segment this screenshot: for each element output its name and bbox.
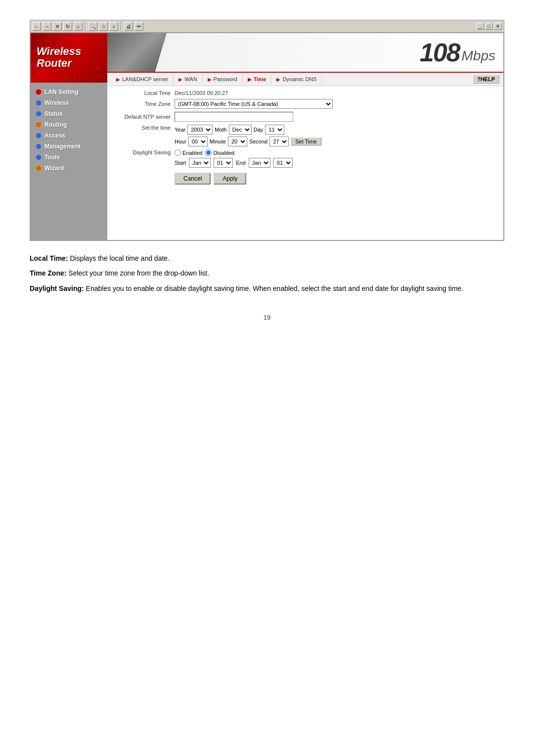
edit-button[interactable]: ✏ (134, 22, 143, 31)
enabled-option[interactable]: Enabled (175, 149, 202, 156)
sidebar-item-lan-setting[interactable]: LAN Setting (31, 87, 107, 97)
set-time-row: Set the time Year 2003 Moth Dec (115, 125, 495, 146)
home-button[interactable]: ⌂ (74, 22, 83, 31)
end-day-select[interactable]: 01 (273, 158, 293, 168)
main-content: 108 Mbps ▶ LAN&DHCP server ▶ WAN ▶ (107, 33, 503, 240)
tab-wan[interactable]: ▶ WAN (174, 75, 202, 84)
tab-lan-dhcp[interactable]: ▶ LAN&DHCP server (111, 75, 174, 84)
apply-button[interactable]: Apply (214, 173, 246, 185)
media-button[interactable]: ♪ (109, 22, 118, 31)
refresh-icon: ↻ (66, 24, 70, 29)
cancel-button[interactable]: Cancel (175, 173, 211, 185)
sidebar-item-access[interactable]: Access (31, 130, 107, 141)
month-select[interactable]: Dec (229, 125, 252, 135)
minute-select[interactable]: 20 (228, 137, 247, 146)
nav-tabs: ▶ LAN&DHCP server ▶ WAN ▶ Password ▶ Tim… (107, 73, 503, 86)
local-time-label: Local Time (115, 90, 175, 96)
edit-icon: ✏ (137, 24, 141, 29)
sidebar-item-wireless[interactable]: Wireless (31, 97, 107, 108)
nav-dot-routing (36, 122, 42, 128)
tab-arrow-time: ▶ (248, 77, 252, 82)
ntp-server-input[interactable] (175, 112, 293, 122)
nav-dot-wizard (36, 165, 42, 171)
header-eagle-decoration (107, 33, 167, 73)
sidebar: Wireless Router LAN Setting Wireless (31, 33, 107, 240)
daylight-label: Daylight Saving (115, 149, 175, 155)
sidebar-logo: Wireless Router (31, 33, 107, 83)
day-select[interactable]: 11 (265, 125, 284, 135)
sidebar-item-wizard[interactable]: Wizard (31, 163, 107, 174)
tab-dynamic-dns[interactable]: ▶ Dynamic DNS (271, 75, 322, 84)
sidebar-item-status[interactable]: Status (31, 108, 107, 119)
sidebar-item-routing[interactable]: Routing (31, 119, 107, 130)
favorites-icon: ☆ (101, 24, 106, 29)
second-select[interactable]: 27 (269, 137, 289, 146)
sidebar-item-tools[interactable]: Tools (31, 152, 107, 163)
logo-text: Wireless Router (37, 46, 81, 69)
disabled-option[interactable]: Disabled (205, 149, 234, 156)
enabled-label: Enabled (182, 150, 202, 156)
enabled-radio[interactable] (175, 149, 181, 156)
help-button[interactable]: ?HELP (473, 75, 499, 84)
button-row: Cancel Apply (175, 173, 495, 185)
sidebar-item-management[interactable]: Management (31, 141, 107, 152)
disabled-radio[interactable] (205, 149, 212, 156)
forward-icon: → (44, 24, 49, 29)
start-day-select[interactable]: 01 (214, 158, 233, 168)
search-button[interactable]: 🔍 (89, 22, 97, 31)
nav-dot-access (36, 133, 42, 139)
maximize-button[interactable]: □ (485, 23, 493, 30)
hour-select[interactable]: 00 (188, 137, 208, 146)
description-section: Local Time: Displays the local time and … (30, 253, 504, 294)
toolbar-separator-1 (85, 22, 86, 31)
speed-unit: Mbps (462, 48, 495, 64)
nav-dot-tools (36, 154, 42, 160)
content-header: 108 Mbps (107, 33, 503, 73)
local-time-desc-text: Displays the local time and date. (68, 254, 170, 262)
media-icon: ♪ (113, 24, 115, 29)
time-zone-desc: Time Zone: Select your time zone from th… (30, 268, 504, 279)
print-button[interactable]: 🖨 (124, 22, 133, 31)
start-label: Start (175, 160, 186, 166)
forward-button[interactable]: → (43, 22, 51, 31)
favorites-button[interactable]: ☆ (99, 22, 108, 31)
minimize-button[interactable]: _ (476, 23, 484, 30)
local-time-desc-bold: Local Time: (30, 254, 68, 262)
nav-dot-wireless (36, 100, 42, 106)
daylight-radio-row: Enabled Disabled (175, 149, 293, 156)
tab-arrow-wan: ▶ (178, 77, 182, 82)
daylight-desc: Daylight Saving: Enables you to enable o… (30, 283, 504, 294)
back-button[interactable]: ← (32, 22, 41, 31)
tab-time[interactable]: ▶ Time (243, 75, 271, 84)
time-zone-select[interactable]: (GMT-08:00) Pacific Time (US & Canada) (175, 99, 333, 109)
print-icon: 🖨 (126, 24, 131, 29)
date-row: Year 2003 Moth Dec Day 11 (175, 125, 321, 135)
tab-arrow-lan: ▶ (116, 77, 120, 82)
local-time-desc: Local Time: Displays the local time and … (30, 253, 504, 264)
end-month-select[interactable]: Jan (249, 158, 270, 168)
tab-password[interactable]: ▶ Password (203, 75, 243, 84)
set-time-area: Year 2003 Moth Dec Day 11 (175, 125, 321, 146)
month-label: Moth (215, 127, 226, 133)
year-select[interactable]: 2003 (187, 125, 213, 135)
daylight-dates-row: Start Jan 01 End Jan (175, 158, 293, 168)
stop-icon: ✕ (55, 24, 59, 29)
back-icon: ← (34, 24, 39, 29)
local-time-value: Dec/11/2003 00:20:27 (175, 90, 495, 96)
start-month-select[interactable]: Jan (189, 158, 211, 168)
set-time-label: Set the time (115, 125, 175, 131)
end-label: End (236, 160, 246, 166)
stop-button[interactable]: ✕ (53, 22, 62, 31)
refresh-button[interactable]: ↻ (63, 22, 72, 31)
nav-dot-lan (36, 89, 42, 95)
time-zone-row: Time Zone (GMT-08:00) Pacific Time (US &… (115, 99, 495, 109)
local-time-row: Local Time Dec/11/2003 00:20:27 (115, 90, 495, 96)
close-button[interactable]: ✕ (494, 23, 502, 30)
nav-dot-management (36, 143, 42, 149)
search-icon: 🔍 (90, 24, 96, 29)
second-label: Second (249, 139, 267, 144)
ntp-server-row: Default NTP server (115, 112, 495, 122)
window-controls: _ □ ✕ (476, 23, 502, 30)
year-label: Year (175, 127, 185, 133)
set-time-button[interactable]: Set Time (291, 138, 321, 145)
